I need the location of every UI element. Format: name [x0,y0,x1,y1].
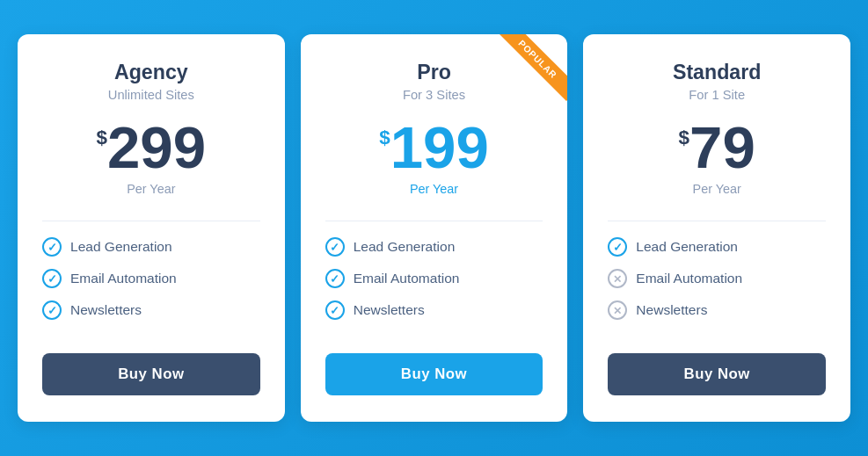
pricing-container: Agency Unlimited Sites $ 299 Per Year Le… [18,34,850,422]
buy-button-pro[interactable]: Buy Now [325,353,543,395]
feature-label: Email Automation [70,271,177,286]
popular-label: POPULAR [496,34,568,101]
divider [42,221,260,221]
price-dollar: $ [679,127,689,149]
feature-label: Lead Generation [70,239,172,255]
check-icon [42,269,62,288]
price-amount: 79 [689,118,755,177]
cross-icon [608,269,627,288]
feature-item: Newsletters [42,300,260,320]
pricing-card-standard: Standard For 1 Site $ 79 Per Year Lead G… [583,34,850,422]
price-period: Per Year [410,182,458,196]
feature-list: Lead Generation Email Automation Newslet… [608,237,826,332]
feature-label: Lead Generation [354,239,456,255]
feature-label: Lead Generation [636,239,738,255]
price-amount: 199 [390,118,489,177]
feature-item: Lead Generation [42,237,260,257]
price-period: Per Year [127,182,175,196]
plan-subtitle: Unlimited Sites [108,88,194,102]
popular-ribbon: POPULAR [488,34,567,113]
feature-item: Email Automation [325,269,543,288]
check-icon [42,237,62,257]
feature-label: Newsletters [354,302,425,318]
check-icon [608,237,627,257]
feature-item: Email Automation [42,269,260,288]
price-block: $ 199 [379,118,489,177]
price-dollar: $ [379,127,390,149]
feature-item: Email Automation [608,269,826,288]
divider [608,221,826,221]
feature-label: Newsletters [636,302,707,318]
feature-item: Newsletters [608,300,826,320]
plan-name: Standard [673,61,762,84]
price-block: $ 299 [97,118,207,177]
pricing-card-agency: Agency Unlimited Sites $ 299 Per Year Le… [18,34,285,422]
price-dollar: $ [97,127,107,149]
feature-list: Lead Generation Email Automation Newslet… [325,237,543,332]
feature-item: Lead Generation [325,237,543,257]
plan-name: Agency [114,61,188,84]
feature-label: Email Automation [354,271,460,286]
price-amount: 299 [107,118,206,177]
feature-label: Newsletters [70,302,142,318]
plan-subtitle: For 1 Site [689,88,745,102]
pricing-card-pro: POPULAR Pro For 3 Sites $ 199 Per Year L… [301,34,568,422]
cross-icon [608,300,627,320]
price-period: Per Year [693,182,741,196]
check-icon [325,269,345,288]
buy-button-agency[interactable]: Buy Now [42,353,260,395]
price-block: $ 79 [679,118,755,177]
check-icon [42,300,62,320]
plan-name: Pro [417,61,451,84]
check-icon [325,237,345,257]
check-icon [325,300,345,320]
plan-subtitle: For 3 Sites [403,88,465,102]
buy-button-standard[interactable]: Buy Now [608,353,826,395]
feature-item: Lead Generation [608,237,826,257]
feature-label: Email Automation [636,271,742,286]
divider [325,221,543,221]
feature-item: Newsletters [325,300,543,320]
feature-list: Lead Generation Email Automation Newslet… [42,237,260,332]
